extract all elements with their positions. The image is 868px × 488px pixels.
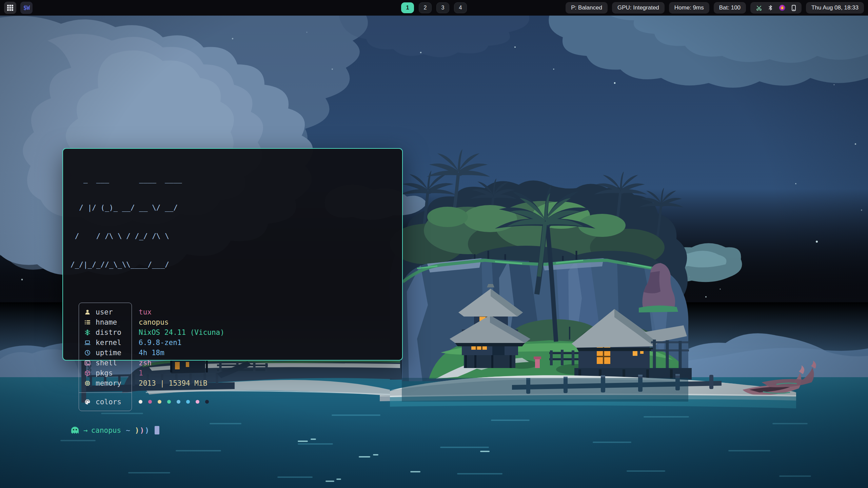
workspace-4[interactable]: 4: [454, 2, 467, 13]
kernel-icon: [83, 340, 92, 346]
palette-dot: [186, 400, 190, 404]
workspace-1[interactable]: 1: [401, 2, 414, 13]
status-bar: $W 1 2 3 4 P: Balanced GPU: Integrated H…: [0, 0, 868, 16]
prompt-arrow: →: [83, 426, 88, 434]
fetch-row-memory: memory: [79, 378, 132, 388]
terminal-cursor[interactable]: [155, 426, 159, 434]
power-profile-module[interactable]: P: Balanced: [566, 2, 608, 14]
sw-logo-button[interactable]: $W: [20, 2, 33, 14]
grid-apps-icon: [7, 4, 14, 11]
scissors-icon[interactable]: [756, 5, 762, 11]
workspace-3[interactable]: 3: [436, 2, 449, 13]
fetch-values: tux canopus NixOS 24.11 (Vicuna) 6.9.8-z…: [139, 303, 224, 411]
user-icon: [83, 309, 92, 315]
fetch-info: user hname distro: [79, 303, 395, 411]
fetch-row-shell: shell: [79, 358, 132, 368]
fetch-label-box: user hname distro: [79, 303, 132, 393]
fetch-row-user: user: [79, 307, 132, 317]
fetch-value-shell: zsh: [139, 358, 224, 368]
clock-module[interactable]: Thu Aug 08, 18:33: [806, 2, 864, 14]
palette-dot: [158, 400, 161, 404]
palette-dot: [148, 400, 152, 404]
palette-dots: [139, 392, 224, 411]
fetch-value-distro: NixOS 24.11 (Vicuna): [139, 327, 224, 338]
palette-icon: [83, 399, 92, 405]
uptime-icon: [83, 350, 92, 356]
palette-dot: [139, 400, 142, 404]
palette-dot: [177, 400, 180, 404]
app-launcher-button[interactable]: [4, 2, 16, 14]
nixos-ascii-logo: _ ___ ____ ____ / |/ (_)_ __/ __ \/ __/ …: [71, 156, 395, 288]
fetch-value-user: tux: [139, 307, 224, 317]
gpu-module[interactable]: GPU: Integrated: [612, 2, 665, 14]
workspace-2[interactable]: 2: [419, 2, 432, 13]
shell-icon: [83, 360, 92, 366]
fetch-value-pkgs: 1: [139, 368, 224, 378]
palette-dot: [205, 400, 209, 404]
fetch-value-hname: canopus: [139, 317, 224, 327]
memory-icon: [83, 380, 92, 386]
workspace-switcher: 1 2 3 4: [401, 0, 467, 16]
fetch-value-uptime: 4h 18m: [139, 348, 224, 358]
network-latency-module[interactable]: Home: 9ms: [669, 2, 709, 14]
battery-module[interactable]: Bat: 100: [714, 2, 746, 14]
prompt-decorations: ))): [135, 426, 150, 434]
system-tray: [750, 2, 802, 14]
hostname-icon: [83, 319, 92, 325]
fetch-row-distro: distro: [79, 327, 132, 338]
fetch-row-hostname: hname: [79, 317, 132, 327]
bar-left-group: $W: [0, 2, 33, 14]
palette-dot: [167, 400, 171, 404]
prompt-cwd: ~: [126, 426, 130, 434]
distro-icon: [83, 329, 92, 336]
terminal-window[interactable]: _ ___ ____ ____ / |/ (_)_ __/ __ \/ __/ …: [62, 148, 403, 361]
packages-icon: [83, 370, 92, 376]
fetch-row-packages: pkgs: [79, 368, 132, 378]
fetch-row-kernel: kernel: [79, 338, 132, 348]
palette-dot: [196, 400, 199, 404]
fetch-value-memory: 2013 | 15394 MiB: [139, 378, 224, 388]
fetch-colors-box: colors: [79, 392, 132, 411]
bluetooth-icon[interactable]: [768, 5, 773, 11]
ghost-icon: [71, 426, 79, 434]
fetch-row-colors: colors: [79, 397, 121, 407]
shell-prompt[interactable]: → canopus ~ ))): [71, 426, 395, 434]
sw-logo-text: $W: [23, 4, 29, 11]
bar-right-group: P: Balanced GPU: Integrated Home: 9ms Ba…: [566, 2, 868, 14]
flame-icon[interactable]: [779, 4, 786, 11]
prompt-hostname: canopus: [91, 426, 121, 434]
phone-icon[interactable]: [791, 5, 796, 11]
fetch-row-uptime: uptime: [79, 348, 132, 358]
fetch-value-kernel: 6.9.8-zen1: [139, 338, 224, 348]
